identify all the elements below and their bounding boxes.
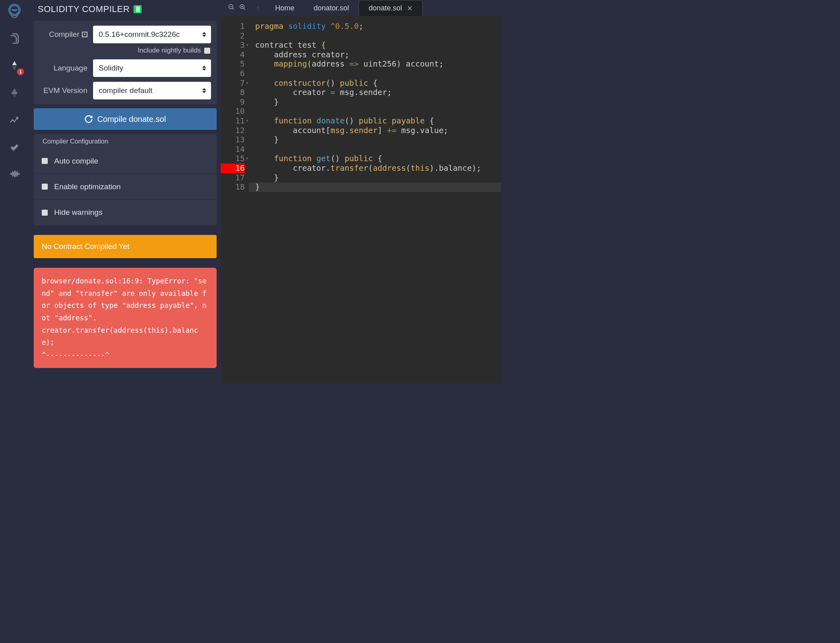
code-content[interactable]: pragma solidity ^0.5.0; contract test { …	[249, 16, 501, 383]
eth-tab-icon[interactable]	[250, 0, 266, 16]
auto-compile-label: Auto compile	[54, 157, 98, 166]
docs-icon[interactable]	[134, 5, 142, 13]
debugger-icon[interactable]	[6, 140, 22, 156]
optimization-checkbox[interactable]	[42, 184, 48, 190]
tab-donate[interactable]: donate.sol ✕	[359, 0, 423, 16]
tab-bar: Home donator.sol donate.sol ✕	[221, 0, 501, 16]
evm-version-select[interactable]: compiler default	[93, 82, 211, 99]
plugin-manager-icon[interactable]	[6, 167, 22, 183]
compiler-version-select[interactable]: 0.5.16+commit.9c3226c	[93, 26, 211, 43]
compiler-panel: SOLIDITY COMPILER Compiler + 0.5.16+comm…	[29, 0, 221, 383]
file-explorer-icon[interactable]	[6, 30, 22, 47]
language-select[interactable]: Solidity	[93, 59, 211, 77]
compile-button[interactable]: Compile donate.sol	[34, 108, 217, 130]
zoom-in-icon[interactable]	[239, 4, 246, 12]
hide-warnings-checkbox[interactable]	[42, 210, 48, 216]
panel-title: SOLIDITY COMPILER	[38, 4, 130, 14]
language-label: Language	[53, 64, 87, 73]
tab-donator[interactable]: donator.sol	[304, 0, 359, 16]
close-icon[interactable]: ✕	[407, 4, 413, 13]
remix-logo-icon[interactable]	[6, 3, 22, 19]
hide-warnings-label: Hide warnings	[54, 208, 102, 217]
compiler-error[interactable]: browser/donate.sol:16:9: TypeError: "sen…	[34, 268, 217, 368]
solidity-compiler-icon[interactable]: 1	[6, 58, 22, 74]
analysis-icon[interactable]	[6, 112, 22, 128]
zoom-out-icon[interactable]	[228, 4, 235, 12]
tab-home[interactable]: Home	[266, 0, 304, 16]
refresh-icon	[84, 115, 93, 123]
nightly-label: Include nightly builds	[138, 47, 201, 55]
add-compiler-icon[interactable]: +	[82, 32, 87, 37]
line-number-gutter: 1 2 3 4 5 6 7 8 9 10 11 12 13 14 15 16 1…	[221, 16, 249, 383]
auto-compile-checkbox[interactable]	[42, 158, 48, 164]
error-line-marker[interactable]: 16	[221, 164, 245, 173]
deploy-run-icon[interactable]	[6, 85, 22, 101]
contract-status: No Contract Compiled Yet	[34, 235, 217, 258]
code-editor[interactable]: 1 2 3 4 5 6 7 8 9 10 11 12 13 14 15 16 1…	[221, 16, 501, 383]
optimization-label: Enable optimization	[54, 182, 121, 191]
config-subtitle: Compiler Configuration	[34, 138, 217, 148]
error-count-badge: 1	[17, 68, 24, 75]
icon-sidebar: 1	[0, 0, 29, 383]
nightly-checkbox[interactable]	[204, 48, 210, 54]
compiler-label: Compiler +	[39, 30, 87, 39]
evm-version-label: EVM Version	[43, 86, 87, 95]
